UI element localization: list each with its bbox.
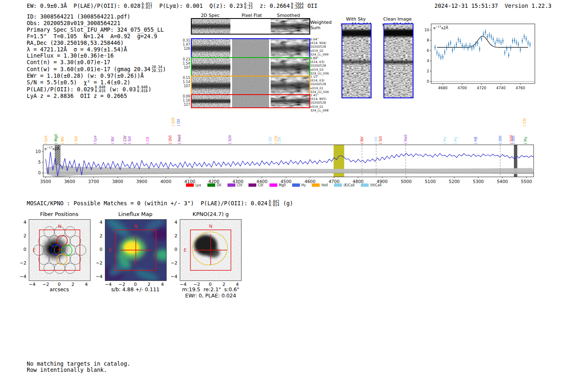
spec2d-row: [191, 76, 310, 96]
detection-info-block: ID: 3008564221 (3008564221.pdf)Obs: 2020…: [27, 14, 166, 100]
svg-text:3500: 3500: [40, 179, 51, 184]
emission-line-label: ( SiIV: [171, 117, 175, 126]
kpno-north-label: N: [209, 224, 212, 229]
cutout-y-tick: 4: [174, 220, 177, 225]
svg-text:10: 10: [35, 149, 41, 154]
legend-item: CIV: [228, 183, 242, 187]
fiber-north-label: N: [58, 224, 61, 229]
lineflux-east-label: E: [109, 248, 112, 253]
emission-line-label: ( SiII: [74, 136, 78, 144]
spec2d-row-right-labels: 0.89"(614, 63)20200528v019_03324_LU_006: [310, 56, 335, 75]
info-line: EWr = 1.10(±0.28) (w: 0.97(±0.26))Å: [27, 73, 166, 79]
spec2d-strip: [271, 19, 309, 34]
emission-line-label: ( HeII: [404, 135, 408, 144]
fiber-positions-title: Fiber Positions: [40, 211, 78, 217]
legend-swatch: [334, 183, 342, 187]
svg-text:4000: 4000: [160, 179, 172, 184]
info-line: P(LAE)/P(OII): 0.0290.0480.019 (w: 0.030…: [27, 86, 166, 93]
svg-text:6: 6: [427, 49, 429, 53]
clean-image: [383, 23, 413, 98]
info-line: ID: 3008564221 (3008564221.pdf): [27, 14, 166, 20]
legend-item: HeII: [312, 183, 328, 187]
lineflux-map-title: Lineflux Map: [118, 211, 153, 217]
legend-swatch: [207, 183, 215, 187]
with-sky-image: [341, 23, 372, 98]
emission-line-label: ( Hβ: [474, 137, 478, 144]
legend-item: OII: [207, 183, 221, 187]
emission-line-label: ( NV: [360, 137, 364, 144]
svg-text:4760: 4760: [516, 86, 525, 90]
info-line: Cont(w) = 3.60(±0.01)e-17 (gmag 20.3420.…: [27, 66, 166, 73]
svg-text:4680: 4680: [438, 86, 448, 90]
legend-swatch: [361, 183, 369, 187]
emission-line-label: ( CIV: [123, 136, 127, 144]
timestamp-version: 2024-12-31 15:51:37 Version 1.22.3: [434, 2, 551, 9]
legend-swatch: [249, 183, 256, 187]
summary-header-line: EW: 0.9±0.3Å P(LAE)/P(OII): 0.0280.0510.…: [27, 2, 318, 10]
svg-text:4720: 4720: [477, 86, 486, 90]
emission-line-label: ( Lyα: [93, 135, 97, 144]
spec2d-strip: [192, 58, 230, 77]
legend-item: Lyα: [186, 183, 201, 187]
main-spectrum-plot: 3500360037003800390040004100420043004400…: [23, 105, 553, 189]
svg-text:5300: 5300: [473, 179, 484, 184]
cutout-y-tick: 0: [174, 247, 177, 252]
info-line: Obs: 20200528v019_3008564221: [27, 20, 166, 27]
cutout-y-tick: 4: [100, 220, 102, 225]
cutout-y-tick: 4: [23, 220, 26, 225]
cutout-y-tick: −4: [171, 274, 177, 279]
spectrum-line-legend: LyαOIICIVCIIIMgIIHγHeII(K)CaII(H)CaII: [186, 183, 381, 187]
legend-swatch: [186, 183, 194, 187]
fiber-positions-image: N E: [29, 219, 91, 281]
legend-swatch: [228, 183, 235, 187]
emission-line-label: ( Hδ: [374, 137, 378, 144]
cutout-y-tick: 2: [174, 233, 177, 239]
uncertainty-stack: 0.0480.019: [95, 86, 106, 93]
footer-line-1: No matching targets in catalog.: [27, 360, 130, 367]
cutout-y-tick: 0: [23, 247, 26, 252]
emission-line-label: ( Hγ: [453, 137, 458, 144]
spec2d-row-right-labels: 1.15"(614, 63)20200528v019_01324_LU_006: [310, 75, 335, 94]
emission-line-label: ( OVI: [168, 135, 172, 144]
svg-text:5500: 5500: [521, 179, 532, 184]
spec2d-row-right-labels: 0.64"(614, 904)20200528v019_02324_LL_099: [310, 37, 335, 56]
cutout-x-tick: −2: [42, 282, 49, 287]
cutout-x-tick: 4: [161, 282, 164, 287]
info-line: RA,Dec (230.250198,53.258446): [27, 40, 166, 46]
emission-line-label: ( SiII: [128, 136, 132, 144]
svg-text:3800: 3800: [112, 179, 123, 184]
cutout-y-tick: −4: [96, 274, 102, 279]
kpno-xlabel: m:19.5 re:2.1" s:0.6": [182, 286, 239, 292]
emission-line-label: ( HeII: [177, 135, 181, 144]
lineflux-map-image: N E: [105, 219, 167, 281]
legend-item: (K)CaII: [334, 183, 355, 187]
spec2d-row-right-labels: WeightedSum: [310, 20, 335, 30]
emission-line-label: ( OIII: [511, 136, 516, 144]
cutout-y-tick: 2: [23, 233, 26, 239]
elixer-report-page: EW: 0.9±0.3Å P(LAE)/P(OII): 0.0280.0510.…: [0, 0, 576, 392]
svg-text:10: 10: [425, 28, 430, 32]
svg-text:3700: 3700: [88, 179, 99, 184]
svg-text:4: 4: [427, 59, 429, 63]
emission-line-label: ( NV: [60, 137, 65, 144]
info-line: λ = 4721.12Å σ = 4.99(±1.54)Å: [27, 46, 166, 53]
kpno-caption2: EWr: 0, PLAE: 0.024: [185, 292, 236, 299]
info-line: LineFlux = 1.30(±0.36)e-16: [27, 53, 166, 59]
column-header-smoothed: Smoothed: [277, 13, 300, 18]
spec2d-row-left-labels: 0.311.47126: [179, 39, 190, 51]
uncertainty-stack: 0.0510.017: [142, 2, 152, 9]
clean-image-title-text: Clean Image: [382, 16, 413, 22]
main-spectrum-ylabel: e−17x2Å: [44, 146, 59, 151]
emission-line-label: ( SiII: [379, 136, 383, 144]
svg-text:5200: 5200: [449, 179, 460, 184]
svg-text:3600: 3600: [64, 179, 75, 184]
fiber-east-label: E: [33, 248, 36, 253]
cutout-y-tick: −2: [171, 260, 177, 266]
legend-swatch: [269, 183, 277, 187]
cutout-x-tick: 4: [85, 282, 88, 287]
legend-swatch: [312, 183, 320, 187]
uncertainty-stack: 0.0480.018: [137, 86, 148, 93]
legend-swatch: [292, 183, 300, 187]
emission-line-label: ( CIII: [523, 118, 527, 126]
uncertainty-stack: 0.230.23: [244, 2, 252, 9]
